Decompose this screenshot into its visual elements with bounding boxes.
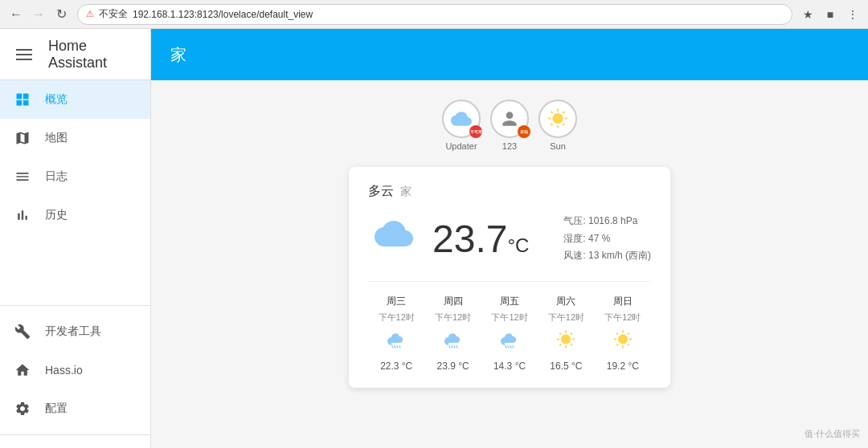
updater-badge: 不可用 xyxy=(469,125,482,138)
extension-button[interactable]: ■ xyxy=(821,6,839,23)
forecast-day-1-icon xyxy=(444,330,463,354)
forecast-day-4: 周日 下午12时 19.2 °C xyxy=(595,295,651,372)
status-icon-user123[interactable]: 未知 123 xyxy=(490,100,529,151)
forecast-day-4-temp: 19.2 °C xyxy=(607,360,639,372)
sidebar-item-logbook[interactable]: 日志 xyxy=(0,157,150,196)
forecast-day-0-temp: 22.3 °C xyxy=(380,360,412,372)
nav-buttons: ← → ↻ xyxy=(6,5,71,24)
sidebar-header: Home Assistant xyxy=(0,29,150,80)
hamburger-line-1 xyxy=(16,49,32,51)
address-bar[interactable]: ⚠ 不安全 192.168.1.123:8123/lovelace/defaul… xyxy=(77,4,792,25)
status-icons-row: 不可用 Updater 未知 123 xyxy=(442,100,577,151)
page-title: 家 xyxy=(170,44,186,66)
weather-condition: 多云 xyxy=(368,183,394,200)
status-icon-sun[interactable]: Sun xyxy=(538,100,577,151)
forecast-day-3-icon xyxy=(556,330,575,354)
forecast-day-4-name: 周日 xyxy=(613,295,633,308)
forecast-day-0-time: 下午12时 xyxy=(379,312,415,324)
forecast-day-2-temp: 14.3 °C xyxy=(493,360,526,372)
security-label: 不安全 xyxy=(99,7,128,21)
wind-value: 风速: 13 km/h (西南) xyxy=(563,247,651,265)
sidebar-item-dev-tools[interactable]: 开发者工具 xyxy=(0,312,150,351)
sidebar-nav: 概览 地图 日志 历史 xyxy=(0,80,150,448)
history-label: 历史 xyxy=(45,208,68,222)
temperature-value: 23.7 xyxy=(432,217,507,261)
forecast-day-4-time: 下午12时 xyxy=(604,312,641,324)
watermark: 值·什么值得买 xyxy=(805,428,860,440)
content-area: 不可用 Updater 未知 123 xyxy=(151,80,868,448)
user123-badge-label: 未知 xyxy=(520,129,528,134)
forecast-day-3-name: 周六 xyxy=(556,295,575,308)
forecast-day-2-time: 下午12时 xyxy=(491,312,527,324)
forecast-day-1-temp: 23.9 °C xyxy=(437,360,469,372)
map-icon xyxy=(13,128,32,148)
forecast-day-3-time: 下午12时 xyxy=(548,312,584,324)
app-container: Home Assistant 概览 地图 日志 xyxy=(0,29,868,448)
browser-actions: ★ ■ ⋮ xyxy=(799,6,862,23)
cloud-icon xyxy=(368,214,420,263)
sidebar-item-overview[interactable]: 概览 xyxy=(0,80,150,119)
bookmark-button[interactable]: ★ xyxy=(799,6,817,23)
user123-circle: 未知 xyxy=(490,100,529,138)
config-label: 配置 xyxy=(45,401,68,416)
url-text: 192.168.1.123:8123/lovelace/default_view xyxy=(133,9,313,20)
nav-divider-2 xyxy=(0,434,150,435)
forecast-day-0-icon xyxy=(387,330,406,354)
dev-tools-label: 开发者工具 xyxy=(45,324,101,339)
temperature-unit: °C xyxy=(507,234,529,257)
sun-circle xyxy=(538,100,577,138)
back-button[interactable]: ← xyxy=(6,5,26,24)
hamburger-line-3 xyxy=(16,59,32,60)
logbook-label: 日志 xyxy=(45,169,68,184)
nav-divider-1 xyxy=(0,305,150,306)
grid-icon xyxy=(13,90,32,109)
map-label: 地图 xyxy=(45,131,68,145)
forecast-day-1-name: 周四 xyxy=(444,295,463,308)
pressure-value: 气压: 1016.8 hPa xyxy=(563,213,651,230)
updater-circle: 不可用 xyxy=(442,100,481,138)
updater-badge-label: 不可用 xyxy=(470,129,482,134)
home-icon xyxy=(13,360,32,380)
topbar: 家 xyxy=(151,29,868,80)
chart-icon xyxy=(13,206,32,225)
temperature-display: 23.7 °C xyxy=(432,217,529,261)
weather-card: 多云 家 23.7 °C 气压: 1016.8 hPa 湿度: 47 % 风速:… xyxy=(349,167,670,388)
hamburger-line-2 xyxy=(16,54,32,55)
sidebar: Home Assistant 概览 地图 日志 xyxy=(0,29,151,448)
weather-main: 23.7 °C 气压: 1016.8 hPa 湿度: 47 % 风速: 13 k… xyxy=(368,213,651,265)
sidebar-title: Home Assistant xyxy=(48,38,137,71)
forecast-day-0: 周三 下午12时 22.3 °C xyxy=(368,295,424,372)
gear-icon xyxy=(13,399,32,418)
menu-button[interactable]: ⋮ xyxy=(844,6,862,23)
user123-badge: 未知 xyxy=(518,125,530,138)
sidebar-item-hass-io[interactable]: Hass.io xyxy=(0,351,150,389)
sidebar-item-map[interactable]: 地图 xyxy=(0,119,150,157)
humidity-value: 湿度: 47 % xyxy=(563,230,651,248)
weather-header: 多云 家 xyxy=(368,183,651,200)
forecast-day-2: 周五 下午12时 14.3 °C xyxy=(481,295,538,372)
forecast-day-3-temp: 16.5 °C xyxy=(550,360,582,372)
forecast-day-4-icon xyxy=(613,330,633,354)
sidebar-item-notifications[interactable]: 通知 xyxy=(0,442,150,448)
forecast-day-3: 周六 下午12时 16.5 °C xyxy=(538,295,594,372)
user123-label: 123 xyxy=(502,141,517,151)
forecast-day-1-time: 下午12时 xyxy=(435,312,471,324)
main-content: 家 不可用 Updater xyxy=(151,29,868,448)
forecast-day-2-icon xyxy=(500,330,519,354)
weather-details: 气压: 1016.8 hPa 湿度: 47 % 风速: 13 km/h (西南) xyxy=(563,213,651,265)
sidebar-item-config[interactable]: 配置 xyxy=(0,389,150,428)
status-icon-updater[interactable]: 不可用 Updater xyxy=(442,100,481,151)
overview-label: 概览 xyxy=(45,92,68,107)
browser-chrome: ← → ↻ ⚠ 不安全 192.168.1.123:8123/lovelace/… xyxy=(0,0,868,29)
reload-button[interactable]: ↻ xyxy=(51,5,71,24)
security-icon: ⚠ xyxy=(86,9,94,19)
hass-io-label: Hass.io xyxy=(45,364,83,377)
forecast-day-0-name: 周三 xyxy=(387,295,406,308)
weather-location: 家 xyxy=(400,185,411,199)
hamburger-button[interactable] xyxy=(13,46,35,63)
list-icon xyxy=(13,167,32,186)
forward-button[interactable]: → xyxy=(29,5,48,24)
weather-forecast: 周三 下午12时 22.3 °C 周四 下午12时 xyxy=(368,281,651,372)
sidebar-item-history[interactable]: 历史 xyxy=(0,196,150,234)
updater-label: Updater xyxy=(445,141,477,151)
